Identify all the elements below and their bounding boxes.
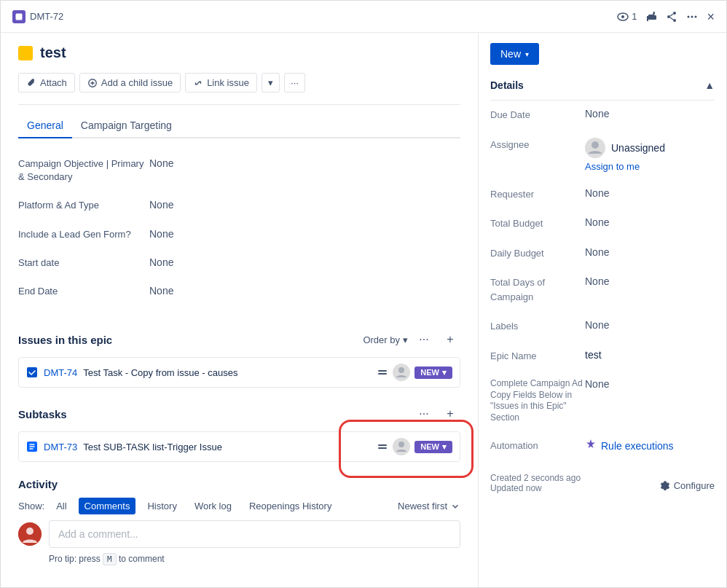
sort-button[interactable]: Newest first [398,501,460,511]
keyboard-shortcut-m: M [103,553,117,565]
gear-icon [660,480,670,490]
detail-total-budget: Total Budget None [490,209,715,239]
link-icon [193,78,203,88]
share-button[interactable] [666,11,677,23]
epic-issue-summary: Test Task - Copy from issue - causes [83,367,371,378]
issue-color-indicator [18,46,33,60]
toolbar-dropdown-button[interactable]: ▾ [262,73,280,93]
subtask-assignee-avatar [393,438,410,455]
right-panel: New ▾ Details ▲ Due Date None Assignee [479,33,726,587]
svg-point-3 [673,12,676,15]
subtasks-more-button[interactable]: ··· [414,404,434,424]
issue-id-label: DMT-72 [30,11,63,22]
eye-icon [617,11,629,23]
activity-section: Activity Show: All Comments History Work… [18,466,460,576]
pro-tip: Pro tip: press M to comment [18,548,460,564]
toolbar-more-button[interactable]: ··· [284,73,305,93]
new-btn-chevron-icon: ▾ [525,50,529,58]
subtasks-controls: ··· + [414,404,460,424]
configure-button[interactable]: Configure [660,480,715,491]
detail-automation: Automation Rule executions [490,431,715,461]
subtask-status[interactable]: NEW ▾ [414,441,452,453]
subtasks-section: Subtasks ··· + DMT-73 Test SUB-TASK list… [18,392,460,462]
more-options-button[interactable] [686,11,698,23]
user-avatar [18,522,42,546]
filter-reopenings[interactable]: Reopenings History [243,498,337,514]
paperclip-icon [26,78,36,88]
detail-labels: Labels None [490,312,715,342]
svg-point-16 [592,141,599,149]
assign-me-button[interactable]: Assign to me [585,161,715,172]
subtask-type-icon [26,441,38,452]
activity-filters-row: Show: All Comments History Work log Reop… [18,498,460,514]
chevron-down-icon: ▾ [403,334,408,345]
detail-due-date: Due Date None [490,101,715,130]
assignee-unassigned-icon [585,138,605,158]
epic-issue-row: DMT-74 Test Task - Copy from issue - cau… [18,357,460,388]
issue-title: test [40,44,66,61]
svg-point-13 [398,442,404,447]
detail-campaign-copy: Complete Campaign Ad Copy Fields Below i… [490,371,715,431]
priority-icon [377,366,388,378]
automation-icon [585,439,597,452]
issue-breadcrumb: DMT-72 [12,10,63,23]
svg-point-5 [673,19,676,22]
child-issue-icon [87,78,98,88]
add-child-issue-button[interactable]: Add a child issue [79,73,181,93]
subtasks-title: Subtasks [18,408,67,420]
rule-executions-link[interactable]: Rule executions [601,440,715,452]
svg-rect-0 [16,13,23,20]
epic-add-button[interactable]: + [440,329,460,350]
details-header: Details ▲ [490,72,715,101]
filter-comments[interactable]: Comments [79,498,136,514]
new-status-button[interactable]: New ▾ [490,43,539,65]
watch-button[interactable]: 1 [617,11,637,23]
field-platform-ad-type: Platform & Ad Type None [18,192,460,220]
ellipsis-icon [686,11,698,23]
activity-title: Activity [18,478,58,490]
filter-worklog[interactable]: Work log [189,498,237,514]
detail-total-days: Total Days of Campaign None [490,268,715,312]
task-type-icon [26,366,38,378]
assignee-name: Unassigned [611,142,665,154]
epic-issue-key[interactable]: DMT-74 [44,367,77,378]
tab-general[interactable]: General [18,114,72,138]
fields-section: Campaign Objective | Primary & Secondary… [18,138,460,318]
svg-point-7 [691,15,693,17]
svg-point-8 [695,15,697,17]
subtask-summary: Test SUB-TASK list-Trigger Issue [83,442,371,452]
attach-button[interactable]: Attach [18,73,75,93]
link-issue-button[interactable]: Link issue [185,73,257,93]
thumbs-up-icon [645,11,657,23]
filter-all[interactable]: All [50,498,72,514]
subtask-row: DMT-73 Test SUB-TASK list-Trigger Issue … [18,431,460,462]
comment-input[interactable]: Add a comment... [49,520,460,548]
field-start-date: Start date None [18,249,460,278]
subtasks-add-button[interactable]: + [440,404,460,424]
subtask-key[interactable]: DMT-73 [44,442,77,452]
filter-history[interactable]: History [141,498,182,514]
close-button[interactable]: × [707,10,715,23]
epic-issue-status[interactable]: NEW ▾ [414,366,452,379]
detail-requester: Requester None [490,180,715,210]
detail-epic-name: Epic Name test [490,342,715,372]
equals-icon [377,366,388,378]
epic-more-button[interactable]: ··· [414,329,434,350]
field-end-date: End Date None [18,278,460,306]
new-button-area: New ▾ [490,33,715,72]
order-by-button[interactable]: Order by ▾ [363,334,408,345]
show-label: Show: [18,501,44,511]
svg-rect-10 [27,367,37,377]
subtask-status-chevron-icon: ▾ [442,442,447,452]
details-title: Details [490,79,524,91]
subtask-equals-icon [377,441,388,452]
details-collapse-button[interactable]: ▲ [704,79,715,91]
field-lead-gen-form: Include a Lead Gen Form? None [18,221,460,249]
field-campaign-objective: Campaign Objective | Primary & Secondary… [18,150,460,192]
assignee-avatar [393,364,410,381]
tab-campaign-targeting[interactable]: Campaign Targeting [72,114,181,138]
detail-assignee: Assignee Unassigned Assign to me [490,130,715,180]
svg-point-2 [621,15,624,18]
like-button[interactable] [645,11,657,23]
comment-input-area: Add a comment... [18,520,460,548]
